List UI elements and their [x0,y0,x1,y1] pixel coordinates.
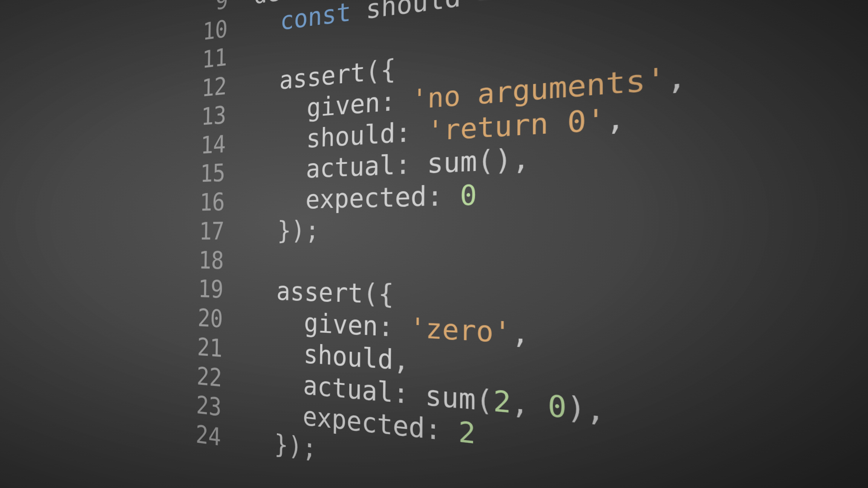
syntax-token: : [393,377,425,412]
syntax-token: ({ [365,54,396,87]
syntax-token: ({ [363,278,394,310]
syntax-token: : [426,180,460,212]
syntax-token: expected [305,181,427,215]
line-number: 16 [158,187,251,218]
line-number: 18 [157,246,250,276]
syntax-token: : [425,413,458,449]
syntax-token: : [395,148,427,181]
syntax-token: 2 [458,416,475,450]
syntax-token: 'zero' [410,312,512,349]
syntax-token: ( [475,383,493,418]
syntax-token: , [393,344,410,377]
syntax-token: should [303,339,393,375]
code-editor: 89describe('sum()', async assert => {10 … [154,0,868,488]
syntax-token: : [395,115,427,148]
syntax-token: , [511,386,548,423]
syntax-token: given [304,308,378,342]
syntax-token: should [306,117,396,153]
syntax-token: sum [425,379,476,416]
syntax-token: sum [427,145,477,180]
line-number: 19 [156,274,250,305]
line-number: 17 [157,216,251,246]
line-number: 20 [156,302,249,336]
syntax-token: 0 [460,179,477,212]
syntax-token: actual [306,150,396,184]
syntax-token: , [511,316,529,351]
syntax-token: , [666,59,687,96]
syntax-token: }); [277,215,320,245]
line-number: 15 [159,157,252,190]
editor-screenshot: 89describe('sum()', async assert => {10 … [0,0,868,488]
syntax-token: : [380,84,412,117]
syntax-token: given [307,87,381,123]
syntax-token: (), [477,142,530,178]
syntax-token: assert [276,277,363,309]
syntax-token: ), [567,390,605,429]
syntax-token: 0 [548,389,567,425]
syntax-token: : [378,311,410,344]
syntax-token: , [606,101,626,137]
syntax-token: }); [274,429,317,464]
syntax-token: 2 [493,384,511,419]
